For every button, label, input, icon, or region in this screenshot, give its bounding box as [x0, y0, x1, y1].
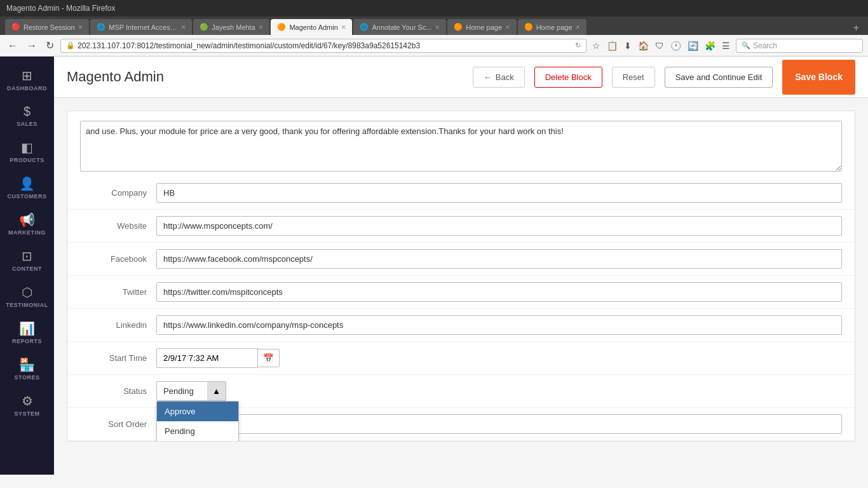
- form-panel: and use. Plus, your module for price are…: [67, 111, 855, 442]
- shield-button[interactable]: 🛡: [653, 39, 666, 52]
- admin-header: Magento Admin ← Back Delete Block Reset …: [54, 57, 868, 98]
- menu-button[interactable]: ☰: [720, 39, 732, 52]
- search-placeholder: Search: [753, 41, 857, 50]
- linkedin-input[interactable]: [156, 315, 842, 335]
- company-label: Company: [80, 183, 156, 198]
- sidebar-item-marketing[interactable]: 📢MARKETING: [0, 206, 54, 242]
- form-body: and use. Plus, your module for price are…: [67, 111, 855, 441]
- url-text: 202.131.107.107:8012/testimonial_new/adm…: [78, 41, 573, 50]
- twitter-input[interactable]: [156, 282, 842, 302]
- sidebar-item-products[interactable]: ◧PRODUCTS: [0, 133, 54, 170]
- sort-order-input-wrap: [156, 414, 842, 434]
- sidebar-label-testimonial: TESTIMONIAL: [6, 302, 48, 308]
- company-input[interactable]: [156, 183, 842, 203]
- status-dropdown-button[interactable]: ▲: [207, 381, 226, 401]
- sidebar-label-reports: REPORTS: [12, 338, 42, 344]
- status-option-pending[interactable]: Pending: [157, 421, 238, 441]
- sales-icon: $: [24, 104, 31, 119]
- sidebar-item-content[interactable]: ⊡CONTENT: [0, 242, 54, 278]
- website-row: Website: [67, 210, 855, 243]
- sidebar-item-reports[interactable]: 📊REPORTS: [0, 315, 54, 351]
- extensions-button[interactable]: 🧩: [703, 39, 717, 52]
- status-option-approve[interactable]: Approve: [157, 402, 238, 421]
- website-label: Website: [80, 216, 156, 231]
- facebook-row: Facebook: [67, 243, 855, 276]
- facebook-label: Facebook: [80, 249, 156, 264]
- page-title: Magento Admin: [67, 69, 164, 85]
- content-area: Magento Admin ← Back Delete Block Reset …: [54, 57, 868, 475]
- browser-tab-jayesh[interactable]: 🟢Jayesh Mehta×: [193, 19, 269, 35]
- sidebar-label-products: PRODUCTS: [10, 157, 44, 163]
- bookmark-star-button[interactable]: ☆: [590, 39, 602, 52]
- twitter-label: Twitter: [80, 282, 156, 297]
- back-arrow-icon: ←: [484, 72, 492, 82]
- sidebar-label-content: CONTENT: [12, 266, 42, 272]
- delete-block-button[interactable]: Delete Block: [534, 67, 602, 88]
- admin-layout: ⊞DASHBOARD$SALES◧PRODUCTS👤CUSTOMERS📢MARK…: [0, 57, 868, 475]
- twitter-row: Twitter: [67, 276, 855, 309]
- browser-tab-msp[interactable]: 🌐MSP Internet Access...×: [90, 19, 192, 35]
- browser-tab-homepage2[interactable]: 🟠Home page×: [518, 19, 587, 35]
- marketing-icon: 📢: [19, 212, 35, 227]
- sidebar: ⊞DASHBOARD$SALES◧PRODUCTS👤CUSTOMERS📢MARK…: [0, 57, 54, 475]
- browser-addressbar: ← → ↻ 🔒 202.131.107.107:8012/testimonial…: [0, 35, 868, 57]
- content-icon: ⊡: [22, 248, 32, 264]
- sidebar-item-testimonial[interactable]: ⬡TESTIMONIAL: [0, 278, 54, 315]
- home-button[interactable]: 🏠: [636, 39, 651, 52]
- history-button[interactable]: 🕐: [668, 39, 683, 52]
- browser-title: Magento Admin - Mozilla Firefox: [6, 4, 115, 13]
- stores-icon: 🏪: [19, 357, 35, 372]
- browser-tab-homepage1[interactable]: 🟠Home page×: [447, 19, 516, 35]
- sidebar-item-system[interactable]: ⚙SYSTEM: [0, 387, 54, 423]
- forward-nav-button[interactable]: →: [24, 39, 39, 53]
- main-content: and use. Plus, your module for price are…: [54, 98, 868, 475]
- browser-tabs: 🔴Restore Session×🌐MSP Internet Access...…: [0, 17, 868, 35]
- start-time-input-wrap: 📅: [156, 348, 842, 368]
- back-button[interactable]: ← Back: [473, 67, 525, 88]
- sidebar-label-marketing: MARKETING: [8, 229, 46, 236]
- chevron-up-icon: ▲: [212, 386, 220, 396]
- save-block-button[interactable]: Save Block: [782, 60, 855, 95]
- sidebar-label-customers: CUSTOMERS: [8, 193, 47, 200]
- browser-tab-restore[interactable]: 🔴Restore Session×: [5, 19, 89, 35]
- reader-button[interactable]: 📋: [605, 39, 620, 52]
- datetime-wrap: 📅: [156, 348, 842, 368]
- status-dropdown: ApprovePending: [156, 401, 239, 442]
- website-input[interactable]: [156, 216, 842, 236]
- status-label: Status: [80, 381, 156, 396]
- status-row: Status Pending ▲ ApprovePending: [67, 375, 855, 408]
- sync-button[interactable]: 🔄: [686, 39, 700, 52]
- testimonial-icon: ⬡: [22, 285, 32, 300]
- reset-button[interactable]: Reset: [612, 67, 655, 88]
- customers-icon: 👤: [19, 176, 35, 191]
- sidebar-label-system: SYSTEM: [14, 410, 39, 417]
- status-select-wrap: Pending ▲ ApprovePending: [156, 381, 842, 401]
- new-tab-button[interactable]: +: [850, 21, 863, 35]
- start-time-input[interactable]: [156, 348, 258, 368]
- url-bar[interactable]: 🔒 202.131.107.107:8012/testimonial_new/a…: [60, 39, 587, 53]
- facebook-input-wrap: [156, 249, 842, 269]
- browser-search-box[interactable]: 🔍 Search: [736, 39, 863, 53]
- sort-order-input[interactable]: [156, 414, 842, 434]
- browser-tab-annotate[interactable]: 🌐Annotate Your Sc...×: [353, 19, 446, 35]
- sidebar-label-dashboard: DASHBOARD: [7, 85, 47, 92]
- back-nav-button[interactable]: ←: [5, 39, 20, 53]
- linkedin-label: Linkedin: [80, 315, 156, 330]
- browser-titlebar: Magento Admin - Mozilla Firefox: [0, 0, 868, 17]
- sidebar-item-customers[interactable]: 👤CUSTOMERS: [0, 170, 54, 206]
- sidebar-item-stores[interactable]: 🏪STORES: [0, 351, 54, 387]
- browser-chrome: Magento Admin - Mozilla Firefox 🔴Restore…: [0, 0, 868, 57]
- download-button[interactable]: ⬇: [622, 39, 634, 52]
- save-continue-button[interactable]: Save and Continue Edit: [665, 67, 773, 88]
- company-row: Company: [67, 177, 855, 210]
- sidebar-item-dashboard[interactable]: ⊞DASHBOARD: [0, 62, 54, 98]
- calendar-button[interactable]: 📅: [258, 349, 280, 367]
- calendar-icon: 📅: [263, 353, 274, 363]
- reload-button[interactable]: ↻: [43, 38, 57, 53]
- browser-tab-magento[interactable]: 🟠Magento Admin×: [271, 19, 352, 35]
- products-icon: ◧: [21, 140, 33, 155]
- sidebar-label-stores: STORES: [15, 374, 40, 381]
- facebook-input[interactable]: [156, 249, 842, 269]
- sidebar-item-sales[interactable]: $SALES: [0, 98, 54, 133]
- testimonial-textarea[interactable]: and use. Plus, your module for price are…: [80, 121, 842, 172]
